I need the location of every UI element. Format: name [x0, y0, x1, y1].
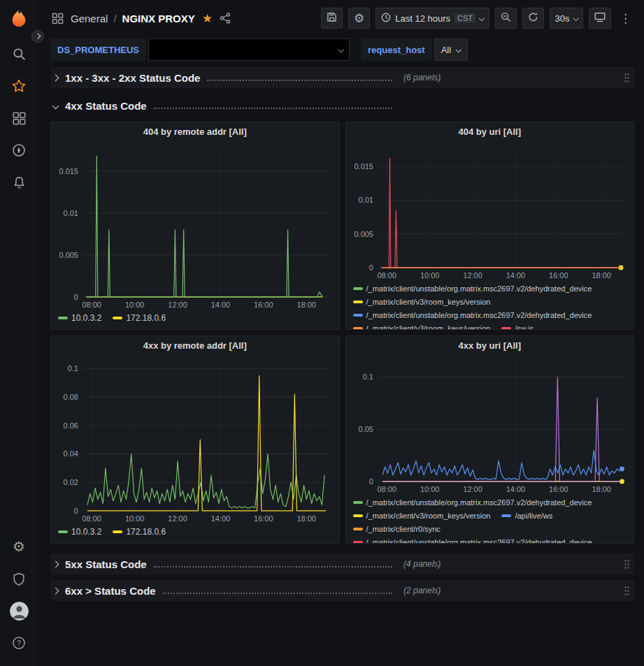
svg-text:18:00: 18:00 — [592, 271, 610, 280]
row-title: 4xx Status Code — [65, 100, 147, 112]
row-leader-dots — [154, 566, 392, 567]
legend-item[interactable]: /_matrix/client/v3/room_keys/version — [353, 296, 491, 307]
variable-request-host-label[interactable]: request_host — [361, 38, 432, 61]
row-drag-handle[interactable] — [624, 586, 630, 596]
row-drag-handle[interactable] — [624, 73, 630, 83]
row-5xx[interactable]: 5xx Status Code (4 panels) — [50, 553, 634, 574]
grafana-app: ⚙ ? General / NGINX PROXY ★ — [0, 0, 644, 666]
sidebar-item-profile[interactable] — [0, 595, 38, 627]
panel-title-bar[interactable]: 404 by uri [All] — [346, 122, 634, 140]
sidebar-item-explore[interactable] — [0, 134, 38, 166]
svg-text:16:00: 16:00 — [549, 485, 568, 493]
legend-label: 172.18.0.6 — [126, 526, 166, 537]
legend-label: /api/live/ws — [515, 510, 552, 521]
variable-ds-select[interactable] — [148, 38, 350, 61]
legend-item[interactable]: /_matrix/client/unstable/org.matrix.msc2… — [353, 497, 592, 508]
legend-label: /_matrix/client/v3/room_keys/version — [366, 323, 491, 329]
svg-text:18:00: 18:00 — [592, 485, 610, 493]
star-icon — [12, 79, 26, 93]
sidebar-item-help[interactable]: ? — [0, 627, 38, 659]
legend-swatch — [353, 327, 363, 329]
timezone-tag: CST — [455, 13, 475, 23]
legend-swatch — [353, 528, 363, 530]
svg-text:0.015: 0.015 — [354, 162, 373, 171]
sidebar-item-starred[interactable] — [0, 70, 38, 102]
save-dashboard-button[interactable] — [321, 8, 343, 29]
legend-item[interactable]: /_matrix/client/unstable/org.matrix.msc2… — [353, 310, 592, 321]
panel-title-text: 404 by remote addr [All] — [143, 126, 247, 137]
legend-item[interactable]: /_matrix/client/unstable/org.matrix.msc2… — [353, 283, 592, 294]
legend-swatch — [58, 317, 68, 319]
chevron-down-icon — [456, 47, 461, 52]
chart-legend: 10.0.3.2172.18.0.6 — [51, 311, 339, 329]
legend-item[interactable]: /_matrix/client/v3/room_keys/version — [353, 510, 491, 521]
legend-swatch — [353, 541, 363, 543]
legend-item[interactable]: /sw.js — [501, 323, 534, 329]
svg-text:0.005: 0.005 — [354, 230, 373, 238]
panel-title-bar[interactable]: 4xx by remote addr [All] — [51, 336, 339, 354]
time-series-chart[interactable]: 00.0050.010.01508:0010:0012:0014:0016:00… — [51, 140, 339, 311]
breadcrumb: General / NGINX PROXY — [71, 13, 195, 24]
breadcrumb-folder[interactable]: General — [71, 13, 108, 24]
row-title: 1xx - 3xx - 2xx Status Code — [65, 72, 200, 84]
chart-legend: 10.0.3.2172.18.0.6 — [51, 525, 339, 543]
sidebar-item-search[interactable] — [0, 38, 38, 70]
legend-item[interactable]: 10.0.3.2 — [58, 312, 101, 324]
panel-4xx-by-remote-addr: 4xx by remote addr [All] 00.020.040.060.… — [50, 335, 340, 544]
legend-swatch — [353, 514, 363, 517]
legend-item[interactable]: 172.18.0.6 — [113, 526, 166, 537]
svg-text:18:00: 18:00 — [297, 301, 316, 309]
row-6xx[interactable]: 6xx > Status Code (2 panels) — [50, 580, 634, 601]
time-range-picker[interactable]: Last 12 hours CST — [375, 8, 489, 29]
legend-item[interactable]: 10.0.3.2 — [58, 526, 101, 537]
dashboard-settings-button[interactable]: ⚙ — [348, 8, 370, 29]
clock-icon — [381, 13, 391, 24]
panel-title-text: 4xx by uri [All] — [458, 340, 521, 351]
time-series-chart[interactable]: 00.050.108:0010:0012:0014:0016:0018:00 — [346, 354, 634, 495]
row-title: 5xx Status Code — [65, 558, 147, 570]
sidebar-expand-button[interactable] — [31, 30, 44, 43]
sidebar-item-alerting[interactable] — [0, 166, 38, 198]
svg-text:10:00: 10:00 — [125, 301, 144, 309]
variable-ds-label[interactable]: DS_PROMETHEUS — [50, 38, 146, 61]
tv-mode-button[interactable] — [589, 8, 611, 29]
legend-label: /_matrix/client/v3/room_keys/version — [366, 296, 491, 307]
panel-title-bar[interactable]: 404 by remote addr [All] — [51, 122, 339, 140]
row-4xx[interactable]: 4xx Status Code — [50, 95, 634, 116]
legend-item[interactable]: /api/live/ws — [501, 510, 552, 521]
share-icon[interactable] — [218, 11, 232, 25]
sidebar-item-dashboards[interactable] — [0, 102, 38, 134]
row-panel-count: (6 panels) — [403, 73, 441, 82]
svg-text:08:00: 08:00 — [83, 301, 101, 309]
row-title: 6xx > Status Code — [65, 585, 156, 597]
refresh-button[interactable] — [522, 8, 544, 29]
breadcrumb-dashboard-title[interactable]: NGINX PROXY — [122, 13, 195, 24]
panel-title-bar[interactable]: 4xx by uri [All] — [346, 336, 634, 354]
row-drag-handle[interactable] — [624, 559, 630, 570]
time-series-chart[interactable]: 00.020.040.060.080.108:0010:0012:0014:00… — [51, 354, 339, 525]
svg-text:14:00: 14:00 — [211, 514, 230, 523]
grafana-logo-icon[interactable] — [7, 7, 31, 31]
legend-label: /_matrix/client/unstable/org.matrix.msc2… — [366, 310, 592, 321]
legend-label: /_matrix/client/unstable/org.matrix.msc2… — [366, 537, 592, 543]
time-series-chart[interactable]: 00.0050.010.01508:0010:0012:0014:0016:00… — [346, 140, 634, 282]
legend-item[interactable]: /_matrix/client/r0/sync — [353, 523, 441, 535]
favorite-star-icon[interactable]: ★ — [202, 13, 213, 24]
sidebar-item-configuration[interactable]: ⚙ — [0, 530, 38, 563]
svg-text:12:00: 12:00 — [463, 271, 482, 280]
row-1xx-3xx-2xx[interactable]: 1xx - 3xx - 2xx Status Code (6 panels) — [50, 67, 634, 88]
svg-text:0.06: 0.06 — [64, 421, 78, 430]
refresh-interval-dropdown[interactable]: 30s — [550, 8, 583, 29]
zoom-out-button[interactable] — [495, 8, 517, 29]
row-leader-dots — [163, 593, 392, 594]
legend-item[interactable]: /_matrix/client/v3/room_keys/version — [353, 323, 491, 329]
panel-4xx-by-uri: 4xx by uri [All] 00.050.108:0010:0012:00… — [345, 335, 635, 544]
svg-text:10:00: 10:00 — [420, 271, 438, 280]
legend-swatch — [113, 530, 122, 533]
variable-request-host-select[interactable]: All — [434, 38, 468, 61]
sidebar-item-server-admin[interactable] — [0, 563, 38, 595]
legend-label: /_matrix/client/unstable/org.matrix.msc2… — [366, 497, 592, 508]
legend-item[interactable]: 172.18.0.6 — [113, 312, 166, 324]
legend-item[interactable]: /_matrix/client/unstable/org.matrix.msc2… — [353, 537, 592, 543]
more-options-kebab-icon[interactable]: ⋮ — [617, 11, 634, 26]
